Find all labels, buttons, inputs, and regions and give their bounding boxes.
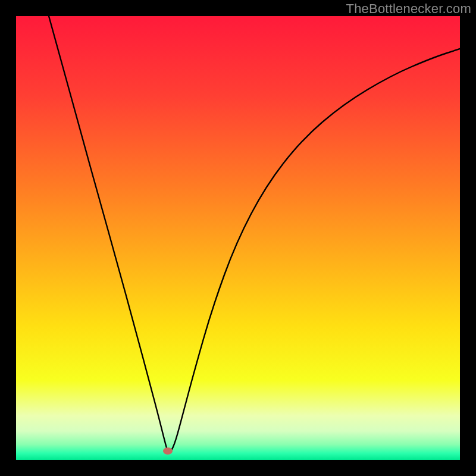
curve-layer (16, 16, 460, 460)
watermark-text: TheBottlenecker.com (346, 1, 471, 17)
plot-area (16, 16, 460, 460)
bottleneck-curve (49, 16, 460, 452)
optimal-point-marker (163, 447, 173, 455)
chart-frame: TheBottlenecker.com (0, 0, 476, 476)
